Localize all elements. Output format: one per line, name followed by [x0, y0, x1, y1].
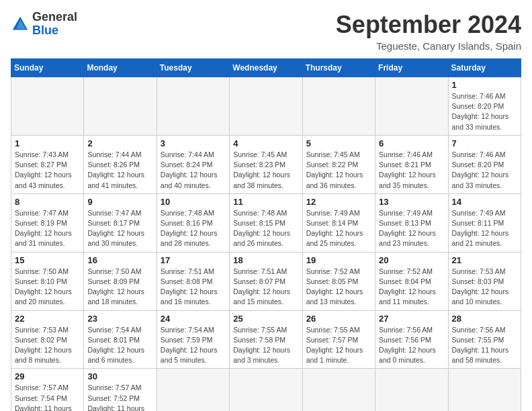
day-detail: Sunrise: 7:57 AMSunset: 7:52 PMDaylight:… — [87, 383, 152, 411]
day-detail: Sunrise: 7:55 AMSunset: 7:58 PMDaylight:… — [233, 325, 298, 366]
calendar-day-cell: 30Sunrise: 7:57 AMSunset: 7:52 PMDayligh… — [84, 369, 157, 411]
day-number: 25 — [233, 314, 298, 324]
day-number: 12 — [306, 197, 371, 207]
logo-blue: Blue — [32, 24, 58, 37]
calendar-day-cell: 20Sunrise: 7:52 AMSunset: 8:04 PMDayligh… — [375, 252, 448, 310]
calendar-day-cell — [375, 77, 448, 136]
day-number: 21 — [452, 255, 517, 265]
day-number: 14 — [452, 197, 517, 207]
day-detail: Sunrise: 7:56 AMSunset: 7:56 PMDaylight:… — [379, 325, 444, 366]
day-detail: Sunrise: 7:44 AMSunset: 8:26 PMDaylight:… — [87, 150, 152, 191]
calendar-day-cell: 8Sunrise: 7:47 AMSunset: 8:19 PMDaylight… — [11, 193, 84, 252]
day-number: 24 — [161, 314, 226, 324]
day-number: 4 — [233, 138, 298, 148]
day-number: 6 — [379, 138, 444, 148]
logo-icon — [11, 15, 30, 34]
day-number: 26 — [306, 314, 371, 324]
calendar-day-cell: 11Sunrise: 7:48 AMSunset: 8:15 PMDayligh… — [230, 193, 302, 252]
day-detail: Sunrise: 7:52 AMSunset: 8:04 PMDaylight:… — [379, 267, 444, 308]
calendar-day-cell — [448, 369, 521, 411]
day-detail: Sunrise: 7:48 AMSunset: 8:16 PMDaylight:… — [161, 208, 226, 249]
day-number: 2 — [87, 138, 152, 148]
day-detail: Sunrise: 7:54 AMSunset: 8:01 PMDaylight:… — [87, 325, 152, 366]
title-area: September 2024 Tegueste, Canary Islands,… — [336, 11, 521, 52]
calendar-day-cell: 16Sunrise: 7:50 AMSunset: 8:09 PMDayligh… — [84, 252, 157, 310]
day-detail: Sunrise: 7:56 AMSunset: 7:55 PMDaylight:… — [452, 325, 517, 366]
day-detail: Sunrise: 7:46 AMSunset: 8:20 PMDaylight:… — [452, 150, 517, 191]
day-detail: Sunrise: 7:49 AMSunset: 8:11 PMDaylight:… — [452, 208, 517, 249]
logo: General Blue — [11, 11, 77, 38]
calendar-day-cell — [375, 369, 448, 411]
calendar-day-cell: 27Sunrise: 7:56 AMSunset: 7:56 PMDayligh… — [375, 310, 448, 369]
calendar-day-cell: 18Sunrise: 7:51 AMSunset: 8:07 PMDayligh… — [230, 252, 302, 310]
calendar-day-cell: 28Sunrise: 7:56 AMSunset: 7:55 PMDayligh… — [448, 310, 521, 369]
calendar-week-row: 1Sunrise: 7:46 AMSunset: 8:20 PMDaylight… — [11, 77, 521, 136]
calendar-week-row: 22Sunrise: 7:53 AMSunset: 8:02 PMDayligh… — [11, 310, 521, 369]
day-detail: Sunrise: 7:45 AMSunset: 8:23 PMDaylight:… — [233, 150, 298, 191]
day-of-week-header: Saturday — [448, 59, 521, 77]
calendar-day-cell: 13Sunrise: 7:49 AMSunset: 8:13 PMDayligh… — [375, 193, 448, 252]
day-number: 11 — [233, 197, 298, 207]
day-number: 19 — [306, 255, 371, 265]
day-number: 17 — [161, 255, 226, 265]
day-number: 27 — [379, 314, 444, 324]
logo-general: General — [32, 10, 77, 24]
day-detail: Sunrise: 7:50 AMSunset: 8:10 PMDaylight:… — [15, 267, 80, 308]
day-detail: Sunrise: 7:48 AMSunset: 8:15 PMDaylight:… — [233, 208, 298, 249]
calendar-day-cell — [157, 369, 229, 411]
calendar-day-cell: 7Sunrise: 7:46 AMSunset: 8:20 PMDaylight… — [448, 135, 521, 193]
calendar-day-cell: 14Sunrise: 7:49 AMSunset: 8:11 PMDayligh… — [448, 193, 521, 252]
day-number: 7 — [452, 138, 517, 148]
day-number: 22 — [15, 314, 80, 324]
day-detail: Sunrise: 7:53 AMSunset: 8:03 PMDaylight:… — [452, 267, 517, 308]
calendar-day-cell: 4Sunrise: 7:45 AMSunset: 8:23 PMDaylight… — [230, 135, 302, 193]
calendar-week-row: 15Sunrise: 7:50 AMSunset: 8:10 PMDayligh… — [11, 252, 521, 310]
calendar-day-cell: 2Sunrise: 7:44 AMSunset: 8:26 PMDaylight… — [84, 135, 157, 193]
day-detail: Sunrise: 7:46 AMSunset: 8:20 PMDaylight:… — [452, 91, 517, 132]
calendar-day-cell: 9Sunrise: 7:47 AMSunset: 8:17 PMDaylight… — [84, 193, 157, 252]
month-title: September 2024 — [336, 11, 521, 39]
header: General Blue September 2024 Tegueste, Ca… — [11, 11, 521, 52]
calendar-day-cell: 26Sunrise: 7:55 AMSunset: 7:57 PMDayligh… — [302, 310, 375, 369]
calendar-day-cell: 6Sunrise: 7:46 AMSunset: 8:21 PMDaylight… — [375, 135, 448, 193]
calendar-day-cell: 25Sunrise: 7:55 AMSunset: 7:58 PMDayligh… — [230, 310, 302, 369]
day-of-week-header: Tuesday — [157, 59, 229, 77]
day-detail: Sunrise: 7:54 AMSunset: 7:59 PMDaylight:… — [161, 325, 226, 366]
calendar-day-cell: 3Sunrise: 7:44 AMSunset: 8:24 PMDaylight… — [157, 135, 229, 193]
day-number: 28 — [452, 314, 517, 324]
day-number: 13 — [379, 197, 444, 207]
day-detail: Sunrise: 7:46 AMSunset: 8:21 PMDaylight:… — [379, 150, 444, 191]
calendar-day-cell — [157, 77, 229, 136]
calendar-day-cell — [302, 77, 375, 136]
day-detail: Sunrise: 7:51 AMSunset: 8:07 PMDaylight:… — [233, 267, 298, 308]
calendar-day-cell — [11, 77, 84, 136]
calendar-day-cell: 5Sunrise: 7:45 AMSunset: 8:22 PMDaylight… — [302, 135, 375, 193]
day-of-week-header: Wednesday — [230, 59, 302, 77]
calendar-week-row: 29Sunrise: 7:57 AMSunset: 7:54 PMDayligh… — [11, 369, 521, 411]
calendar-day-cell — [230, 77, 302, 136]
calendar-day-cell: 23Sunrise: 7:54 AMSunset: 8:01 PMDayligh… — [84, 310, 157, 369]
day-number: 5 — [306, 138, 371, 148]
day-detail: Sunrise: 7:49 AMSunset: 8:14 PMDaylight:… — [306, 208, 371, 249]
day-detail: Sunrise: 7:51 AMSunset: 8:08 PMDaylight:… — [161, 267, 226, 308]
calendar-header-row: SundayMondayTuesdayWednesdayThursdayFrid… — [11, 59, 521, 77]
day-of-week-header: Monday — [84, 59, 157, 77]
calendar-day-cell: 15Sunrise: 7:50 AMSunset: 8:10 PMDayligh… — [11, 252, 84, 310]
day-number: 18 — [233, 255, 298, 265]
calendar-day-cell — [230, 369, 302, 411]
logo-text: General Blue — [32, 11, 77, 38]
calendar-day-cell: 10Sunrise: 7:48 AMSunset: 8:16 PMDayligh… — [157, 193, 229, 252]
day-number: 20 — [379, 255, 444, 265]
day-detail: Sunrise: 7:47 AMSunset: 8:17 PMDaylight:… — [87, 208, 152, 249]
calendar-day-cell: 1Sunrise: 7:46 AMSunset: 8:20 PMDaylight… — [448, 77, 521, 136]
day-detail: Sunrise: 7:53 AMSunset: 8:02 PMDaylight:… — [15, 325, 80, 366]
day-detail: Sunrise: 7:44 AMSunset: 8:24 PMDaylight:… — [161, 150, 226, 191]
calendar-day-cell: 24Sunrise: 7:54 AMSunset: 7:59 PMDayligh… — [157, 310, 229, 369]
day-detail: Sunrise: 7:55 AMSunset: 7:57 PMDaylight:… — [306, 325, 371, 366]
day-number: 29 — [15, 371, 80, 381]
day-number: 1 — [452, 80, 517, 90]
day-number: 8 — [15, 197, 80, 207]
day-number: 23 — [87, 314, 152, 324]
calendar-day-cell: 29Sunrise: 7:57 AMSunset: 7:54 PMDayligh… — [11, 369, 84, 411]
day-detail: Sunrise: 7:52 AMSunset: 8:05 PMDaylight:… — [306, 267, 371, 308]
